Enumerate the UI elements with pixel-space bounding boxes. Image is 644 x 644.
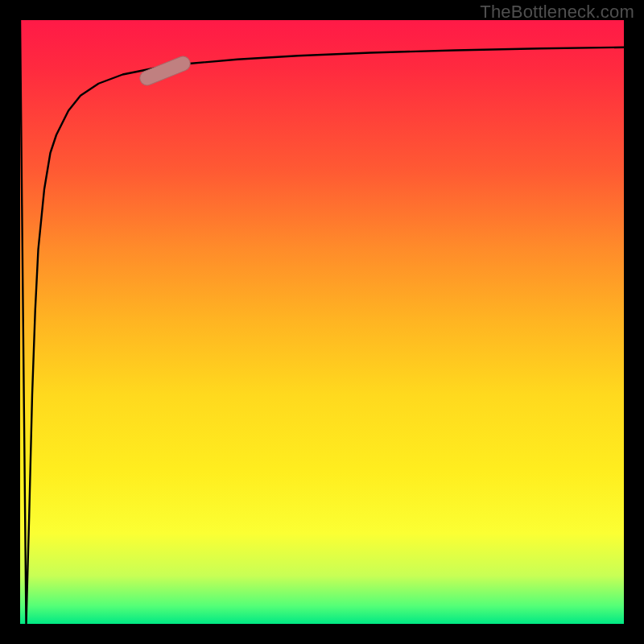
frame-bottom	[0, 624, 644, 644]
plot-area-gradient	[20, 20, 624, 624]
frame-left	[0, 0, 20, 644]
watermark-text: TheBottleneck.com	[480, 2, 634, 23]
frame-right	[624, 0, 644, 644]
chart-stage: TheBottleneck.com	[0, 0, 644, 644]
